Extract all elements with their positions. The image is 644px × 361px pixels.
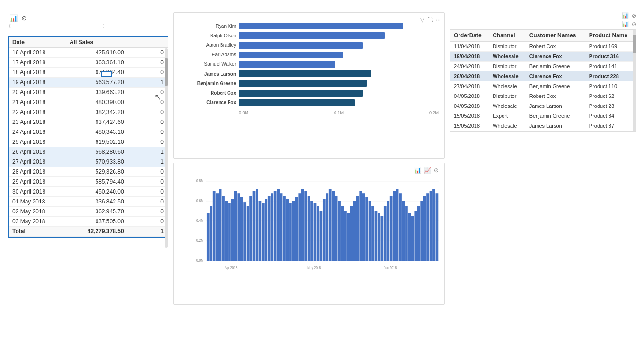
sales-bar — [304, 191, 307, 261]
cell-order-date: 27/04/2018 — [450, 81, 489, 91]
sales-bar — [329, 189, 332, 261]
cell-customer: 1 — [128, 157, 168, 167]
sales-bar — [280, 193, 283, 261]
sales-bar — [274, 191, 277, 261]
bar-fill — [239, 32, 385, 39]
bar-row: Benjamin Greene — [189, 79, 439, 88]
cell-date: 16 April 2018 — [9, 48, 66, 58]
bar-track — [239, 90, 439, 97]
cell-date: 18 April 2018 — [9, 68, 66, 78]
cell-date: 22 April 2018 — [9, 107, 66, 117]
sales-bar — [344, 211, 347, 261]
right-table-row: 19/04/2018 Wholesale Clarence Fox Produc… — [450, 52, 636, 62]
quarter-year-dropdown[interactable] — [9, 24, 104, 28]
cell-date: 21 April 2018 — [9, 97, 66, 107]
cell-date: 17 April 2018 — [9, 58, 66, 68]
cell-date: 20 April 2018 — [9, 88, 66, 97]
right-table-row: 26/04/2018 Wholesale Clarence Fox Produc… — [450, 71, 636, 81]
sales-bar — [426, 193, 429, 261]
cell-order-date: 04/05/2018 — [450, 91, 489, 101]
cell-customer: 0 — [128, 117, 168, 127]
sales-bar — [234, 191, 237, 261]
cell-channel: Wholesale — [489, 101, 525, 111]
header — [0, 0, 644, 9]
sales-bar — [393, 191, 396, 261]
block-icon[interactable]: ⊘ — [21, 14, 27, 22]
sales-bar — [271, 193, 273, 261]
scrollbar-thumb — [165, 58, 168, 86]
right-top-icons-2: 📊 ⊘ — [450, 21, 636, 27]
table-row: 03 May 2018 637,505.00 0 — [9, 217, 168, 227]
cell-product-name: Product 23 — [585, 101, 636, 111]
right-scrollbar-thumb — [633, 35, 636, 53]
sales-bar — [326, 193, 328, 261]
cell-customer: 0 — [128, 187, 168, 197]
sales-bar — [243, 202, 246, 261]
bar-track — [239, 23, 439, 29]
cell-customer: 0 — [128, 217, 168, 227]
cell-order-date: 26/04/2018 — [450, 71, 489, 81]
cell-all-sales: 637,424.60 — [66, 117, 127, 127]
sales-bar — [347, 213, 350, 261]
filter-icons: 📊 ⊘ — [9, 14, 168, 22]
sales-bar — [259, 201, 262, 261]
sales-line-icon[interactable]: 📈 — [424, 167, 431, 174]
cell-all-sales: 425,919.00 — [66, 48, 127, 58]
bar-fill — [239, 80, 367, 87]
table-row: 17 April 2018 363,361.10 0 — [9, 58, 168, 68]
sales-bar — [310, 201, 313, 261]
sales-bar — [207, 213, 210, 261]
sales-bar — [332, 191, 335, 261]
rt-bar-icon-2[interactable]: 📊 — [622, 21, 629, 27]
left-scrollbar[interactable] — [165, 48, 168, 248]
cell-all-sales: 363,361.10 — [66, 58, 127, 68]
cell-customer: 0 — [128, 58, 168, 68]
sales-bar — [320, 211, 323, 261]
bar-track — [239, 99, 439, 106]
rt-block-icon-2[interactable]: ⊘ — [632, 21, 636, 27]
sales-chart-icons: 📊 📈 ⊘ — [179, 167, 439, 174]
cell-date: 01 May 2018 — [9, 197, 66, 207]
rt-bar-icon-1[interactable]: 📊 — [622, 12, 629, 19]
x-axis: 0.0M 0.1M 0.2M — [189, 109, 439, 115]
sales-bar — [359, 191, 362, 261]
bar-row: Aaron Bradley — [189, 41, 439, 50]
sales-bar — [298, 193, 301, 261]
cell-date: 28 April 2018 — [9, 167, 66, 177]
sales-bar — [314, 203, 317, 261]
sales-bar-icon[interactable]: 📊 — [414, 167, 421, 174]
sales-bar — [265, 199, 267, 261]
table-row: 26 April 2018 568,280.60 1 — [9, 147, 168, 157]
sales-bar — [430, 191, 432, 261]
sales-bar — [277, 189, 280, 261]
cell-date: 29 April 2018 — [9, 177, 66, 187]
table-row: 27 April 2018 570,933.80 1 — [9, 157, 168, 167]
bar-chart-inner: Ryan Kim Ralph Olson Aaron Bradley Earl … — [189, 19, 439, 128]
cell-customer-name: James Larson — [526, 121, 585, 131]
table-row: 16 April 2018 425,919.00 0 — [9, 48, 168, 58]
cell-channel: Distributor — [489, 91, 525, 101]
chart-icon[interactable]: 📊 — [9, 14, 18, 22]
right-table-row: 15/05/2018 Wholesale James Larson Produc… — [450, 121, 636, 131]
svg-text:Apr 2018: Apr 2018 — [225, 265, 238, 270]
table-row: 29 April 2018 585,794.40 0 — [9, 177, 168, 187]
col-customer-names: Customer Names — [526, 30, 585, 42]
sales-bar — [390, 196, 393, 261]
cell-all-sales: 339,663.20 — [66, 88, 127, 97]
cell-channel: Wholesale — [489, 52, 525, 62]
sales-bar — [362, 193, 365, 261]
cell-all-sales: 568,280.60 — [66, 147, 127, 157]
sales-bar — [289, 203, 292, 261]
rt-block-icon-1[interactable]: ⊘ — [632, 12, 636, 19]
cell-customer-name: Benjamin Greene — [526, 81, 585, 91]
sales-bar — [353, 201, 356, 261]
sales-block-icon[interactable]: ⊘ — [434, 167, 439, 174]
cell-customer: 1 — [128, 78, 168, 88]
right-scrollbar[interactable] — [633, 30, 636, 131]
cell-product-name: Product 228 — [585, 71, 636, 81]
bar-row: Samuel Walker — [189, 60, 439, 69]
cell-customer-name: Benjamin Greene — [526, 62, 585, 71]
right-top-icons: 📊 ⊘ — [450, 12, 636, 19]
cell-all-sales: 674,234.40 — [66, 68, 127, 78]
cell-all-sales: 362,945.70 — [66, 207, 127, 217]
